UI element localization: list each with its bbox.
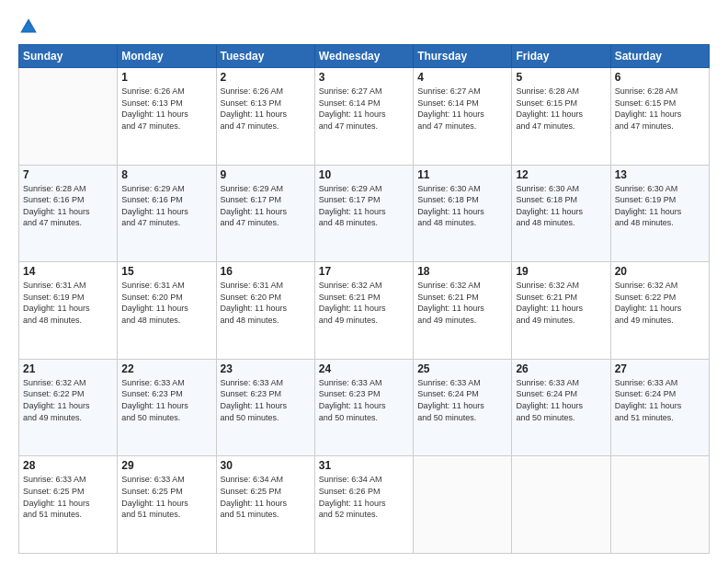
cell-info: Sunrise: 6:33 AM Sunset: 6:25 PM Dayligh…	[121, 474, 211, 520]
calendar-cell: 23Sunrise: 6:33 AM Sunset: 6:23 PM Dayli…	[216, 359, 314, 456]
calendar-cell: 26Sunrise: 6:33 AM Sunset: 6:24 PM Dayli…	[512, 359, 610, 456]
cell-info: Sunrise: 6:27 AM Sunset: 6:14 PM Dayligh…	[417, 86, 507, 132]
calendar-cell: 24Sunrise: 6:33 AM Sunset: 6:23 PM Dayli…	[314, 359, 413, 456]
cell-info: Sunrise: 6:33 AM Sunset: 6:23 PM Dayligh…	[319, 377, 409, 423]
calendar-cell: 4Sunrise: 6:27 AM Sunset: 6:14 PM Daylig…	[414, 68, 512, 166]
day-number: 6	[615, 71, 705, 84]
calendar-cell: 15Sunrise: 6:31 AM Sunset: 6:20 PM Dayli…	[118, 262, 216, 360]
day-number: 7	[23, 168, 113, 181]
calendar-cell: 14Sunrise: 6:31 AM Sunset: 6:19 PM Dayli…	[19, 262, 118, 360]
day-number: 12	[516, 168, 606, 181]
cell-info: Sunrise: 6:31 AM Sunset: 6:20 PM Dayligh…	[221, 280, 311, 326]
day-number: 26	[516, 362, 606, 375]
calendar-cell: 7Sunrise: 6:28 AM Sunset: 6:16 PM Daylig…	[19, 165, 118, 262]
day-number: 20	[615, 265, 705, 278]
calendar-cell: 28Sunrise: 6:33 AM Sunset: 6:25 PM Dayli…	[19, 456, 118, 554]
cell-info: Sunrise: 6:29 AM Sunset: 6:16 PM Dayligh…	[121, 183, 211, 229]
cell-info: Sunrise: 6:34 AM Sunset: 6:26 PM Dayligh…	[319, 474, 409, 520]
weekday-sunday: Sunday	[19, 45, 118, 68]
cell-info: Sunrise: 6:34 AM Sunset: 6:25 PM Dayligh…	[221, 474, 311, 520]
cell-info: Sunrise: 6:32 AM Sunset: 6:21 PM Dayligh…	[319, 280, 409, 326]
calendar-cell: 21Sunrise: 6:32 AM Sunset: 6:22 PM Dayli…	[19, 359, 118, 456]
calendar-cell: 12Sunrise: 6:30 AM Sunset: 6:18 PM Dayli…	[512, 165, 610, 262]
cell-info: Sunrise: 6:26 AM Sunset: 6:13 PM Dayligh…	[121, 86, 211, 132]
week-row-3: 14Sunrise: 6:31 AM Sunset: 6:19 PM Dayli…	[19, 262, 710, 360]
calendar-cell	[512, 456, 610, 554]
calendar-table: SundayMondayTuesdayWednesdayThursdayFrid…	[18, 44, 710, 554]
day-number: 23	[221, 362, 311, 375]
day-number: 21	[23, 362, 113, 375]
calendar-cell: 9Sunrise: 6:29 AM Sunset: 6:17 PM Daylig…	[216, 165, 314, 262]
day-number: 30	[221, 459, 311, 472]
day-number: 2	[221, 71, 311, 84]
calendar-cell	[610, 456, 709, 554]
cell-info: Sunrise: 6:33 AM Sunset: 6:24 PM Dayligh…	[516, 377, 606, 423]
cell-info: Sunrise: 6:33 AM Sunset: 6:23 PM Dayligh…	[221, 377, 311, 423]
calendar-cell: 8Sunrise: 6:29 AM Sunset: 6:16 PM Daylig…	[118, 165, 216, 262]
cell-info: Sunrise: 6:26 AM Sunset: 6:13 PM Dayligh…	[221, 86, 311, 132]
calendar-cell: 1Sunrise: 6:26 AM Sunset: 6:13 PM Daylig…	[118, 68, 216, 166]
cell-info: Sunrise: 6:32 AM Sunset: 6:21 PM Dayligh…	[516, 280, 606, 326]
cell-info: Sunrise: 6:29 AM Sunset: 6:17 PM Dayligh…	[319, 183, 409, 229]
page: SundayMondayTuesdayWednesdayThursdayFrid…	[0, 0, 728, 563]
cell-info: Sunrise: 6:33 AM Sunset: 6:25 PM Dayligh…	[23, 474, 113, 520]
cell-info: Sunrise: 6:32 AM Sunset: 6:21 PM Dayligh…	[417, 280, 507, 326]
calendar-cell: 3Sunrise: 6:27 AM Sunset: 6:14 PM Daylig…	[314, 68, 413, 166]
calendar-cell: 16Sunrise: 6:31 AM Sunset: 6:20 PM Dayli…	[216, 262, 314, 360]
day-number: 22	[121, 362, 211, 375]
day-number: 4	[417, 71, 507, 84]
logo	[18, 17, 42, 37]
calendar-cell: 22Sunrise: 6:33 AM Sunset: 6:23 PM Dayli…	[118, 359, 216, 456]
calendar-cell: 13Sunrise: 6:30 AM Sunset: 6:19 PM Dayli…	[610, 165, 709, 262]
cell-info: Sunrise: 6:32 AM Sunset: 6:22 PM Dayligh…	[23, 377, 113, 423]
calendar-cell: 2Sunrise: 6:26 AM Sunset: 6:13 PM Daylig…	[216, 68, 314, 166]
day-number: 3	[319, 71, 409, 84]
cell-info: Sunrise: 6:31 AM Sunset: 6:19 PM Dayligh…	[23, 280, 113, 326]
week-row-2: 7Sunrise: 6:28 AM Sunset: 6:16 PM Daylig…	[19, 165, 710, 262]
cell-info: Sunrise: 6:33 AM Sunset: 6:24 PM Dayligh…	[417, 377, 507, 423]
day-number: 13	[615, 168, 705, 181]
day-number: 9	[221, 168, 311, 181]
day-number: 5	[516, 71, 606, 84]
calendar-cell: 25Sunrise: 6:33 AM Sunset: 6:24 PM Dayli…	[414, 359, 512, 456]
day-number: 10	[319, 168, 409, 181]
week-row-5: 28Sunrise: 6:33 AM Sunset: 6:25 PM Dayli…	[19, 456, 710, 554]
day-number: 8	[121, 168, 211, 181]
day-number: 17	[319, 265, 409, 278]
calendar-cell	[19, 68, 118, 166]
cell-info: Sunrise: 6:28 AM Sunset: 6:16 PM Dayligh…	[23, 183, 113, 229]
day-number: 28	[23, 459, 113, 472]
calendar-cell	[414, 456, 512, 554]
calendar-cell: 5Sunrise: 6:28 AM Sunset: 6:15 PM Daylig…	[512, 68, 610, 166]
cell-info: Sunrise: 6:30 AM Sunset: 6:18 PM Dayligh…	[417, 183, 507, 229]
day-number: 19	[516, 265, 606, 278]
day-number: 11	[417, 168, 507, 181]
week-row-1: 1Sunrise: 6:26 AM Sunset: 6:13 PM Daylig…	[19, 68, 710, 166]
cell-info: Sunrise: 6:29 AM Sunset: 6:17 PM Dayligh…	[221, 183, 311, 229]
weekday-monday: Monday	[118, 45, 216, 68]
day-number: 18	[417, 265, 507, 278]
cell-info: Sunrise: 6:32 AM Sunset: 6:22 PM Dayligh…	[615, 280, 705, 326]
weekday-tuesday: Tuesday	[216, 45, 314, 68]
weekday-friday: Friday	[512, 45, 610, 68]
calendar-cell: 18Sunrise: 6:32 AM Sunset: 6:21 PM Dayli…	[414, 262, 512, 360]
day-number: 24	[319, 362, 409, 375]
weekday-saturday: Saturday	[610, 45, 709, 68]
logo-icon	[18, 17, 39, 37]
cell-info: Sunrise: 6:28 AM Sunset: 6:15 PM Dayligh…	[615, 86, 705, 132]
cell-info: Sunrise: 6:33 AM Sunset: 6:23 PM Dayligh…	[121, 377, 211, 423]
day-number: 29	[121, 459, 211, 472]
day-number: 31	[319, 459, 409, 472]
day-number: 14	[23, 265, 113, 278]
calendar-cell: 10Sunrise: 6:29 AM Sunset: 6:17 PM Dayli…	[314, 165, 413, 262]
calendar-cell: 30Sunrise: 6:34 AM Sunset: 6:25 PM Dayli…	[216, 456, 314, 554]
cell-info: Sunrise: 6:27 AM Sunset: 6:14 PM Dayligh…	[319, 86, 409, 132]
calendar-cell: 6Sunrise: 6:28 AM Sunset: 6:15 PM Daylig…	[610, 68, 709, 166]
calendar-cell: 27Sunrise: 6:33 AM Sunset: 6:24 PM Dayli…	[610, 359, 709, 456]
day-number: 27	[615, 362, 705, 375]
calendar-cell: 11Sunrise: 6:30 AM Sunset: 6:18 PM Dayli…	[414, 165, 512, 262]
weekday-header-row: SundayMondayTuesdayWednesdayThursdayFrid…	[19, 45, 710, 68]
calendar-cell: 20Sunrise: 6:32 AM Sunset: 6:22 PM Dayli…	[610, 262, 709, 360]
cell-info: Sunrise: 6:30 AM Sunset: 6:18 PM Dayligh…	[516, 183, 606, 229]
calendar-cell: 31Sunrise: 6:34 AM Sunset: 6:26 PM Dayli…	[314, 456, 413, 554]
